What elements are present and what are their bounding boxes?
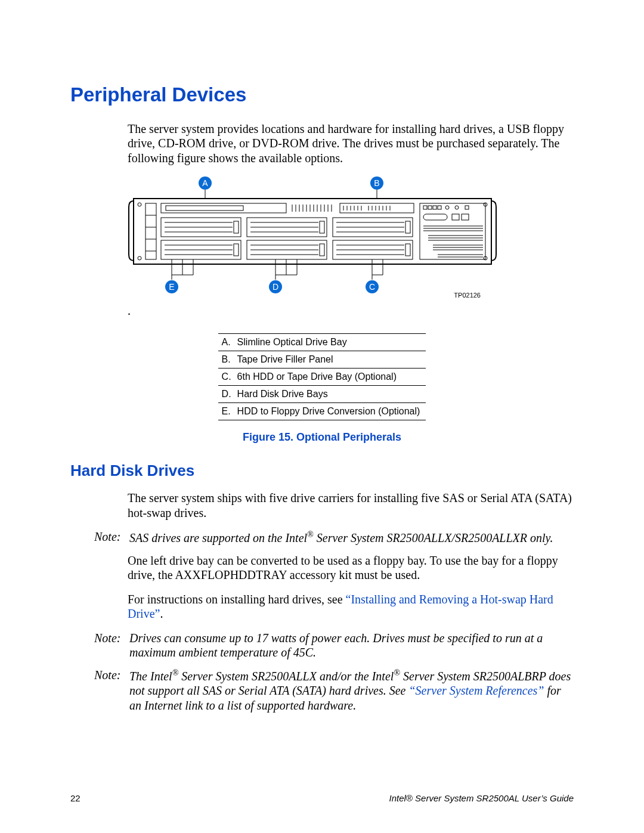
legend-table: A.Slimline Optical Drive Bay B.Tape Driv… — [218, 333, 426, 420]
note-1: Note: SAS drives are supported on the In… — [94, 529, 574, 545]
xref-server-system-references[interactable]: “Server System References” — [409, 684, 544, 697]
figure-caption: Figure 15. Optional Peripherals — [70, 431, 574, 444]
table-row: B.Tape Drive Filler Panel — [218, 351, 426, 368]
svg-text:D: D — [273, 282, 278, 292]
svg-text:E: E — [169, 282, 174, 292]
table-row: D.Hard Disk Drive Bays — [218, 386, 426, 403]
note-3: Note: The Intel® Server System SR2500ALL… — [94, 668, 574, 713]
svg-text:A: A — [202, 178, 208, 188]
table-row: C.6th HDD or Tape Drive Bay (Optional) — [218, 368, 426, 386]
subsection-heading: Hard Disk Drives — [70, 462, 574, 480]
page-footer: 22 Intel® Server System SR2500AL User’s … — [70, 793, 574, 803]
svg-text:B: B — [374, 178, 379, 188]
svg-text:C: C — [369, 282, 375, 292]
intro-paragraph: The server system provides locations and… — [128, 122, 574, 165]
table-row: E.HDD to Floppy Drive Conversion (Option… — [218, 403, 426, 420]
hdd-p2: One left drive bay can be converted to b… — [128, 553, 574, 583]
figure-diagram: A B — [128, 175, 497, 300]
footer-doc-title: Intel® Server System SR2500AL User’s Gui… — [389, 793, 574, 803]
server-diagram-svg: A B — [128, 175, 497, 300]
hdd-p3: For instructions on installing hard driv… — [128, 592, 574, 621]
callout-a: A — [199, 176, 212, 201]
stray-dot: . — [128, 305, 574, 317]
note-2: Note: Drives can consume up to 17 watts … — [94, 631, 574, 660]
diagram-id: TP02126 — [454, 292, 481, 299]
table-row: A.Slimline Optical Drive Bay — [218, 334, 426, 351]
section-heading: Peripheral Devices — [70, 83, 574, 106]
callout-b: B — [370, 176, 383, 201]
hdd-intro-paragraph: The server system ships with five drive … — [128, 491, 574, 520]
page-number: 22 — [70, 793, 80, 803]
